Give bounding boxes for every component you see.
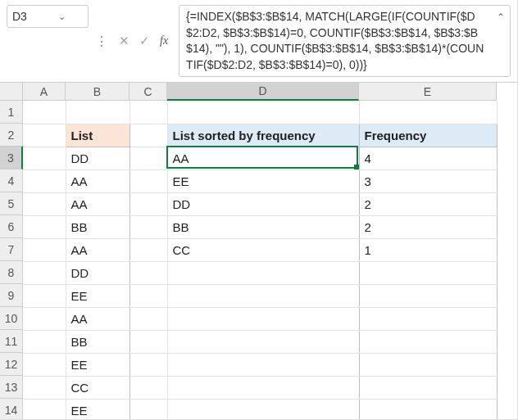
cell-A14[interactable] <box>23 399 66 420</box>
cell-D2[interactable]: List sorted by frequency <box>167 124 359 147</box>
cell-E13[interactable] <box>359 376 497 399</box>
row-header-7[interactable]: 7 <box>0 238 23 261</box>
cell-D6[interactable]: BB <box>167 215 359 238</box>
cell-D11[interactable] <box>167 330 359 353</box>
cell-C7[interactable] <box>130 238 167 261</box>
row-header-10[interactable]: 10 <box>0 307 23 330</box>
column-header-B[interactable]: B <box>66 83 130 101</box>
cell-A4[interactable] <box>23 169 66 192</box>
cell-E11[interactable] <box>359 330 497 353</box>
insert-function-button[interactable]: fx <box>156 33 172 49</box>
cell-D14[interactable] <box>167 399 359 420</box>
cell-B11[interactable]: BB <box>66 330 130 353</box>
row-header-14[interactable]: 14 <box>0 399 23 420</box>
cell-A12[interactable] <box>23 353 66 376</box>
cell-D5[interactable]: DD <box>167 192 359 215</box>
cell-A13[interactable] <box>23 376 66 399</box>
cell-C12[interactable] <box>130 353 167 376</box>
cell-C14[interactable] <box>130 399 167 420</box>
cell-C6[interactable] <box>130 215 167 238</box>
column-header-C[interactable]: C <box>130 83 167 101</box>
cell-grid[interactable]: ListList sorted by frequencyFrequencyDDA… <box>23 101 498 420</box>
cell-A3[interactable] <box>23 147 66 169</box>
cell-B3[interactable]: DD <box>66 147 130 169</box>
cell-C3[interactable] <box>130 147 167 169</box>
row-header-6[interactable]: 6 <box>0 215 23 238</box>
cell-B6[interactable]: BB <box>66 215 130 238</box>
cell-E4[interactable]: 3 <box>359 169 497 192</box>
cell-D10[interactable] <box>167 307 359 330</box>
row-header-12[interactable]: 12 <box>0 353 23 376</box>
name-box-container[interactable]: ⌄ <box>7 5 89 28</box>
cell-A11[interactable] <box>23 330 66 353</box>
cell-E5[interactable]: 2 <box>359 192 497 215</box>
cell-E8[interactable] <box>359 261 497 284</box>
select-all-corner[interactable] <box>0 83 23 101</box>
cell-E12[interactable] <box>359 353 497 376</box>
column-header-A[interactable]: A <box>23 83 66 101</box>
cell-C4[interactable] <box>130 169 167 192</box>
row-header-8[interactable]: 8 <box>0 261 23 284</box>
confirm-formula-button[interactable]: ✓ <box>135 32 154 50</box>
cell-C9[interactable] <box>130 284 167 307</box>
cell-B13[interactable]: CC <box>66 376 130 399</box>
cell-E7[interactable]: 1 <box>359 238 497 261</box>
cell-B7[interactable]: AA <box>66 238 130 261</box>
cell-A7[interactable] <box>23 238 66 261</box>
cell-D7[interactable]: CC <box>167 238 359 261</box>
column-header-D[interactable]: D <box>167 83 359 101</box>
cell-B9[interactable]: EE <box>66 284 130 307</box>
cell-C1[interactable] <box>130 101 167 124</box>
cell-C13[interactable] <box>130 376 167 399</box>
cell-B1[interactable] <box>66 101 130 124</box>
cell-B12[interactable]: EE <box>66 353 130 376</box>
formula-input[interactable]: {=INDEX($B$3:$B$14, MATCH(LARGE(IF(COUNT… <box>179 5 511 77</box>
row-header-11[interactable]: 11 <box>0 330 23 353</box>
row-header-3[interactable]: 3 <box>0 147 23 169</box>
row-header-9[interactable]: 9 <box>0 284 23 307</box>
column-header-E[interactable]: E <box>359 83 497 101</box>
cell-C10[interactable] <box>130 307 167 330</box>
cell-D12[interactable] <box>167 353 359 376</box>
cell-D3[interactable]: AA <box>167 147 359 169</box>
cell-B2[interactable]: List <box>66 124 130 147</box>
cell-B14[interactable]: EE <box>66 399 130 420</box>
cell-B4[interactable]: AA <box>66 169 130 192</box>
cancel-formula-button[interactable]: ✕ <box>115 32 134 50</box>
row-header-5[interactable]: 5 <box>0 192 23 215</box>
cell-B5[interactable]: AA <box>66 192 130 215</box>
cell-E2[interactable]: Frequency <box>359 124 497 147</box>
cell-E3[interactable]: 4 <box>359 147 497 169</box>
cell-D1[interactable] <box>167 101 359 124</box>
cell-E14[interactable] <box>359 399 497 420</box>
cell-A8[interactable] <box>23 261 66 284</box>
cell-D8[interactable] <box>167 261 359 284</box>
cell-A1[interactable] <box>23 101 66 124</box>
cell-D9[interactable] <box>167 284 359 307</box>
row-header-13[interactable]: 13 <box>0 376 23 399</box>
cell-E10[interactable] <box>359 307 497 330</box>
cell-E6[interactable]: 2 <box>359 215 497 238</box>
cell-B8[interactable]: DD <box>66 261 130 284</box>
cell-A10[interactable] <box>23 307 66 330</box>
cell-C8[interactable] <box>130 261 167 284</box>
cell-A2[interactable] <box>23 124 66 147</box>
row-header-1[interactable]: 1 <box>0 101 23 124</box>
row-header-4[interactable]: 4 <box>0 169 23 192</box>
cell-A9[interactable] <box>23 284 66 307</box>
cell-D13[interactable] <box>167 376 359 399</box>
chevron-down-icon[interactable]: ⌄ <box>57 11 67 22</box>
cell-B10[interactable]: AA <box>66 307 130 330</box>
cell-A5[interactable] <box>23 192 66 215</box>
cell-C5[interactable] <box>130 192 167 215</box>
cell-A6[interactable] <box>23 215 66 238</box>
formula-bar-resize-handle[interactable]: ⋮ <box>93 5 110 77</box>
name-box[interactable] <box>12 10 55 23</box>
collapse-formula-bar-icon[interactable]: ⌃ <box>497 11 505 25</box>
cell-C2[interactable] <box>130 124 167 147</box>
cell-D4[interactable]: EE <box>167 169 359 192</box>
cell-E9[interactable] <box>359 284 497 307</box>
cell-C11[interactable] <box>130 330 167 353</box>
cell-E1[interactable] <box>359 101 497 124</box>
row-header-2[interactable]: 2 <box>0 124 23 147</box>
